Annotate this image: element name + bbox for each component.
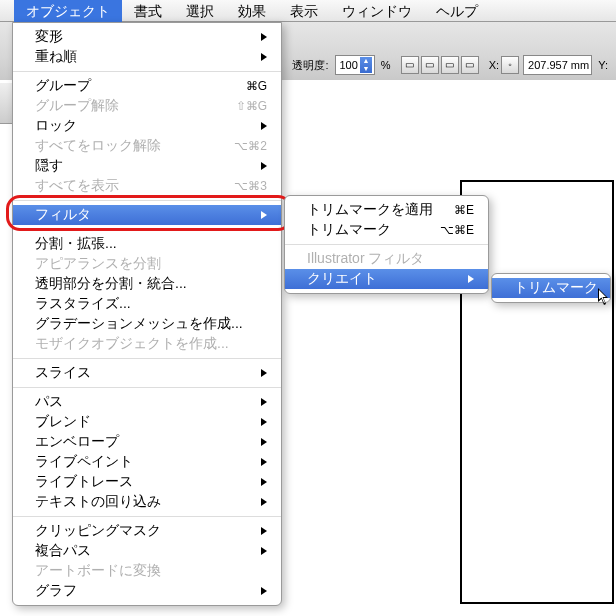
filter-menu-item[interactable]: クリエイト — [285, 269, 488, 289]
menu-shortcut: ⌘G — [246, 79, 267, 93]
submenu-arrow-icon — [261, 162, 267, 170]
object-menu-item: アートボードに変換 — [13, 561, 281, 581]
object-menu-item[interactable]: スライス — [13, 363, 281, 383]
menu-item-label: エンベロープ — [35, 433, 119, 451]
menu-item-label: トリムマーク — [307, 221, 391, 239]
object-menu-dropdown: 変形重ね順グループ⌘Gグループ解除⇧⌘Gロックすべてをロック解除⌥⌘2隠すすべて… — [12, 22, 282, 606]
opacity-label: 透明度: — [292, 58, 328, 73]
menu-shortcut: ⌥⌘E — [440, 223, 474, 237]
object-menu-item[interactable]: ライブトレース — [13, 472, 281, 492]
menu-item-label: グループ — [35, 77, 91, 95]
object-menu-item[interactable]: ロック — [13, 116, 281, 136]
object-menu-item[interactable]: グループ⌘G — [13, 76, 281, 96]
align-icon[interactable]: ▭ — [401, 56, 419, 74]
align-icon[interactable]: ▭ — [441, 56, 459, 74]
object-menu-item[interactable]: ラスタライズ... — [13, 294, 281, 314]
menu-object[interactable]: オブジェクト — [14, 0, 122, 22]
object-menu-item[interactable]: 透明部分を分割・統合... — [13, 274, 281, 294]
menubar: オブジェクト 書式 選択 効果 表示 ウィンドウ ヘルプ — [0, 0, 616, 22]
stepper-icon[interactable]: ▲▼ — [360, 57, 372, 73]
submenu-arrow-icon — [261, 587, 267, 595]
filter-menu-item[interactable]: トリムマーク⌥⌘E — [285, 220, 488, 240]
menu-item-label: ラスタライズ... — [35, 295, 131, 313]
menu-item-label: 重ね順 — [35, 48, 77, 66]
menu-separator — [13, 71, 281, 72]
filter-menu-item: Illustrator フィルタ — [285, 249, 488, 269]
menu-item-label: 隠す — [35, 157, 63, 175]
menu-item-label: 分割・拡張... — [35, 235, 117, 253]
object-menu-item[interactable]: 複合パス — [13, 541, 281, 561]
menu-separator — [13, 516, 281, 517]
menu-item-label: アートボードに変換 — [35, 562, 161, 580]
object-menu-item[interactable]: 隠す — [13, 156, 281, 176]
menu-help[interactable]: ヘルプ — [424, 0, 490, 22]
align-icon[interactable]: ▭ — [461, 56, 479, 74]
menu-separator — [13, 229, 281, 230]
menu-format[interactable]: 書式 — [122, 0, 174, 22]
align-icon[interactable]: ▭ — [421, 56, 439, 74]
object-menu-item[interactable]: グラデーションメッシュを作成... — [13, 314, 281, 334]
menu-item-label: すべてをロック解除 — [35, 137, 161, 155]
menu-item-label: トリムマーク — [514, 279, 598, 297]
menu-shortcut: ⌥⌘2 — [234, 139, 267, 153]
menu-item-label: ブレンド — [35, 413, 91, 431]
submenu-arrow-icon — [261, 418, 267, 426]
submenu-arrow-icon — [261, 211, 267, 219]
object-menu-item[interactable]: エンベロープ — [13, 432, 281, 452]
object-menu-item[interactable]: 変形 — [13, 27, 281, 47]
opacity-value: 100 — [340, 59, 358, 71]
menu-item-label: 変形 — [35, 28, 63, 46]
create-menu-item[interactable]: トリムマーク — [492, 278, 610, 298]
y-label: Y: — [598, 59, 608, 71]
object-menu-item[interactable]: パス — [13, 392, 281, 412]
menu-item-label: ライブペイント — [35, 453, 133, 471]
menu-item-label: テキストの回り込み — [35, 493, 161, 511]
anchor-ref-icon[interactable]: ◦ — [501, 56, 519, 74]
menu-separator — [285, 244, 488, 245]
menu-view[interactable]: 表示 — [278, 0, 330, 22]
align-icon-group: ▭ ▭ ▭ ▭ — [401, 56, 479, 74]
menu-item-label: グラフ — [35, 582, 77, 600]
submenu-arrow-icon — [261, 33, 267, 41]
menu-item-label: トリムマークを適用 — [307, 201, 433, 219]
submenu-arrow-icon — [261, 458, 267, 466]
menu-item-label: 複合パス — [35, 542, 91, 560]
menu-item-label: モザイクオブジェクトを作成... — [35, 335, 229, 353]
object-menu-item[interactable]: ライブペイント — [13, 452, 281, 472]
x-label: X: — [489, 59, 499, 71]
menu-separator — [13, 358, 281, 359]
menu-window[interactable]: ウィンドウ — [330, 0, 424, 22]
menu-item-label: 透明部分を分割・統合... — [35, 275, 187, 293]
menu-item-label: フィルタ — [35, 206, 91, 224]
object-menu-item[interactable]: テキストの回り込み — [13, 492, 281, 512]
object-menu-item[interactable]: 重ね順 — [13, 47, 281, 67]
menu-item-label: アピアランスを分割 — [35, 255, 161, 273]
x-value: 207.957 mm — [528, 59, 589, 71]
object-menu-item[interactable]: 分割・拡張... — [13, 234, 281, 254]
submenu-arrow-icon — [261, 498, 267, 506]
filter-menu-item[interactable]: トリムマークを適用⌘E — [285, 200, 488, 220]
x-field[interactable]: 207.957 mm — [523, 55, 592, 75]
submenu-arrow-icon — [261, 369, 267, 377]
filter-submenu: トリムマークを適用⌘Eトリムマーク⌥⌘EIllustrator フィルタクリエイ… — [284, 195, 489, 294]
object-menu-item: すべてを表示⌥⌘3 — [13, 176, 281, 196]
menu-item-label: ライブトレース — [35, 473, 133, 491]
menu-effect[interactable]: 効果 — [226, 0, 278, 22]
object-menu-item: アピアランスを分割 — [13, 254, 281, 274]
menu-shortcut: ⌥⌘3 — [234, 179, 267, 193]
object-menu-item: モザイクオブジェクトを作成... — [13, 334, 281, 354]
object-menu-item[interactable]: フィルタ — [13, 205, 281, 225]
submenu-arrow-icon — [468, 275, 474, 283]
object-menu-item[interactable]: グラフ — [13, 581, 281, 601]
object-menu-item[interactable]: クリッピングマスク — [13, 521, 281, 541]
menu-select[interactable]: 選択 — [174, 0, 226, 22]
menu-item-label: すべてを表示 — [35, 177, 119, 195]
menu-item-label: ロック — [35, 117, 77, 135]
object-menu-item[interactable]: ブレンド — [13, 412, 281, 432]
submenu-arrow-icon — [261, 122, 267, 130]
opacity-field[interactable]: 100 ▲▼ — [335, 55, 375, 75]
submenu-arrow-icon — [261, 527, 267, 535]
menu-separator — [13, 387, 281, 388]
submenu-arrow-icon — [261, 478, 267, 486]
opacity-unit: % — [381, 59, 391, 71]
